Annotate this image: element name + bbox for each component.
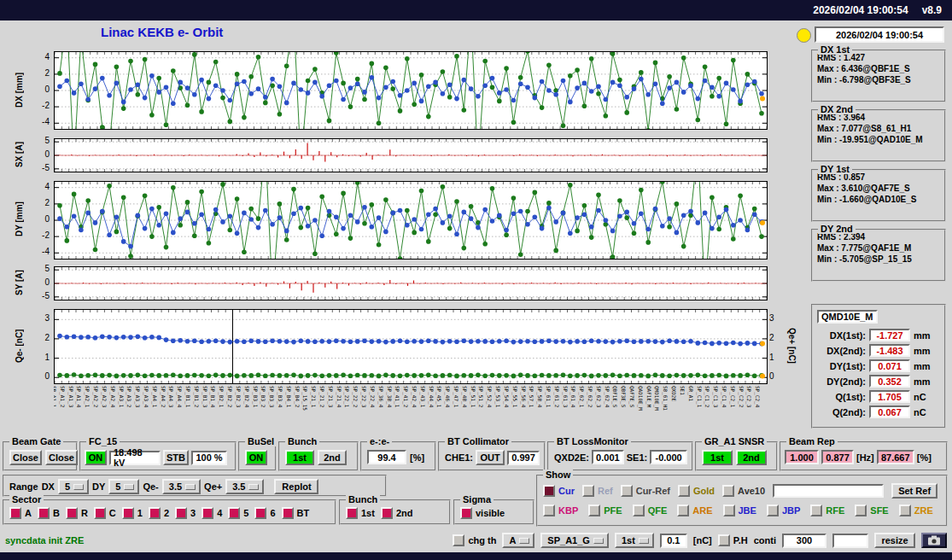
show-checkbox-cur-ref[interactable]: Cur-Ref xyxy=(621,485,670,497)
threshold-field[interactable]: 0.1 xyxy=(660,534,687,548)
show-checkbox-kbp-box[interactable] xyxy=(543,505,555,516)
gr-a1-snsr-1st-button[interactable]: 1st xyxy=(702,450,733,465)
x-axis-label: SP_A3_3 xyxy=(135,386,141,407)
x-axis-label: SP_61_1 xyxy=(546,386,552,407)
monitor-row: DY(2nd):0.352mm xyxy=(816,375,941,388)
show-checkbox-gold[interactable]: Gold xyxy=(678,485,715,497)
x-axis-label: SP_55_1 xyxy=(512,386,518,407)
sector-checkbox-6-box[interactable] xyxy=(254,507,266,519)
gr-a1-snsr-2nd-button[interactable]: 2nd xyxy=(736,450,767,465)
bunch-dropdown[interactable]: 1st xyxy=(615,533,654,548)
sector-checkbox-r-label: R xyxy=(81,508,88,518)
show-checkbox-are-box[interactable] xyxy=(677,505,689,516)
sector-checkbox-b[interactable]: B xyxy=(38,507,60,519)
fc15-stb-button[interactable]: STB xyxy=(163,450,189,465)
show-checkbox-rfe[interactable]: RFE xyxy=(810,505,844,516)
show-checkbox-jbp[interactable]: JBP xyxy=(767,505,800,516)
show-checkbox-rfe-box[interactable] xyxy=(810,505,822,516)
sector-checkbox-a-box[interactable] xyxy=(9,507,21,519)
bunch-checkbox-2nd-box[interactable] xyxy=(381,507,393,519)
sigma-checkbox-visible-box[interactable] xyxy=(460,507,472,519)
che1-out-button[interactable]: OUT xyxy=(476,450,505,465)
qxd2e-label: QXD2E: xyxy=(554,452,589,463)
show-checkbox-are[interactable]: ARE xyxy=(677,505,712,516)
y-tick-label: 0 xyxy=(29,214,50,224)
bunch-checkbox-1st[interactable]: 1st xyxy=(346,507,375,519)
show-checkbox-ref-box[interactable] xyxy=(582,485,594,497)
show-checkbox-zre-box[interactable] xyxy=(899,505,911,516)
mode-dropdown[interactable]: A xyxy=(502,533,534,548)
sector-checkbox-c[interactable]: C xyxy=(94,507,116,519)
show-checkbox-sfe-box[interactable] xyxy=(855,505,867,516)
sector-checkbox-1-box[interactable] xyxy=(122,507,134,519)
replot-button[interactable]: Replot xyxy=(274,479,318,494)
sector-checkbox-2-box[interactable] xyxy=(149,507,161,519)
stat-max: Max : 7.077@S8_61_H1 xyxy=(817,124,944,133)
sector-checkbox-b-box[interactable] xyxy=(38,507,50,519)
sector-checkbox-4-box[interactable] xyxy=(201,507,213,519)
show-checkbox-qfe[interactable]: QFE xyxy=(633,505,668,516)
x-axis-label: SP_57_1 xyxy=(529,386,534,407)
sector-checkbox-bt[interactable]: BT xyxy=(282,507,310,519)
y-tick-label: 0 xyxy=(29,85,50,94)
sector-checkbox-6[interactable]: 6 xyxy=(254,507,275,519)
y-axis-title-right-q: Qe+ [nC] xyxy=(785,309,798,382)
show-checkbox-jbe[interactable]: JBE xyxy=(723,505,756,516)
sector-checkbox-1[interactable]: 1 xyxy=(122,507,143,519)
set-ref-input[interactable] xyxy=(773,484,884,498)
bunch-checkbox-1st-box[interactable] xyxy=(346,507,358,519)
show-row-2: KBPPFEQFEAREJBEJBPRFESFEZRE xyxy=(538,499,946,516)
sector-checkbox-r-box[interactable] xyxy=(66,507,78,519)
show-checkbox-cur[interactable]: Cur xyxy=(543,485,575,497)
x-axis-label: SP_C2_4 xyxy=(755,386,761,407)
bunch-2nd-button[interactable]: 2nd xyxy=(318,450,347,465)
fc15-on-button[interactable]: ON xyxy=(85,450,107,465)
resize-button[interactable]: resize xyxy=(874,533,915,548)
range-dropdown-dy[interactable]: 5 xyxy=(108,479,139,494)
ph-checkbox-box[interactable] xyxy=(718,534,730,546)
x-axis-label: SP_53_1 xyxy=(495,386,501,407)
bunch-checkbox-2nd[interactable]: 2nd xyxy=(381,507,413,519)
chg-th-checkbox[interactable]: chg th xyxy=(453,534,496,546)
show-checkbox-pfe-box[interactable] xyxy=(588,505,600,516)
show-checkbox-gold-box[interactable] xyxy=(678,485,690,497)
show-checkbox-pfe[interactable]: PFE xyxy=(588,505,622,516)
sector-checkbox-r[interactable]: R xyxy=(66,507,88,519)
show-checkbox-kbp[interactable]: KBP xyxy=(543,505,578,516)
sigma-checkbox-visible[interactable]: visible xyxy=(460,507,505,519)
show-checkbox-ave10[interactable]: Ave10 xyxy=(722,485,765,497)
sector-checkbox-a[interactable]: A xyxy=(9,507,32,519)
beam-gate-close-button-2[interactable]: Close xyxy=(45,450,78,465)
plot-dy xyxy=(54,181,768,260)
range-dropdown-qe-[interactable]: 3.5 xyxy=(162,479,201,494)
busel-on-button[interactable]: ON xyxy=(245,450,267,465)
snapshot-button[interactable] xyxy=(921,533,947,548)
sector-checkbox-5[interactable]: 5 xyxy=(228,507,248,519)
sector-checkbox-bt-box[interactable] xyxy=(282,507,294,519)
sector-checkbox-3-box[interactable] xyxy=(175,507,187,519)
sector-checkbox-c-box[interactable] xyxy=(94,507,106,519)
ph-checkbox[interactable]: P.H xyxy=(718,534,748,546)
range-dropdown-qe+[interactable]: 3.5 xyxy=(225,479,264,494)
set-ref-button[interactable]: Set Ref xyxy=(891,483,937,499)
show-checkbox-jbe-box[interactable] xyxy=(723,505,735,516)
sector-checkbox-3[interactable]: 3 xyxy=(175,507,196,519)
chg-th-checkbox-box[interactable] xyxy=(453,534,464,546)
interval-field[interactable]: 300 xyxy=(782,534,826,548)
show-checkbox-ave10-box[interactable] xyxy=(722,485,734,497)
show-checkbox-sfe[interactable]: SFE xyxy=(855,505,888,516)
sector-checkbox-5-box[interactable] xyxy=(228,507,240,519)
show-checkbox-zre[interactable]: ZRE xyxy=(899,505,933,516)
show-checkbox-qfe-box[interactable] xyxy=(633,505,645,516)
show-checkbox-cur-ref-box[interactable] xyxy=(621,485,633,497)
show-checkbox-jbp-box[interactable] xyxy=(767,505,779,516)
show-checkbox-ref[interactable]: Ref xyxy=(582,485,613,497)
range-dropdown-dx[interactable]: 5 xyxy=(58,479,89,494)
beam-gate-close-button-1[interactable]: Close xyxy=(9,450,42,465)
bunch-1st-button[interactable]: 1st xyxy=(285,450,314,465)
sector-checkbox-2[interactable]: 2 xyxy=(149,507,169,519)
sp-dropdown[interactable]: SP_A1_G xyxy=(540,533,609,548)
show-checkbox-cur-box[interactable] xyxy=(543,485,555,497)
blank-field[interactable] xyxy=(832,534,868,548)
sector-checkbox-4[interactable]: 4 xyxy=(201,507,222,519)
